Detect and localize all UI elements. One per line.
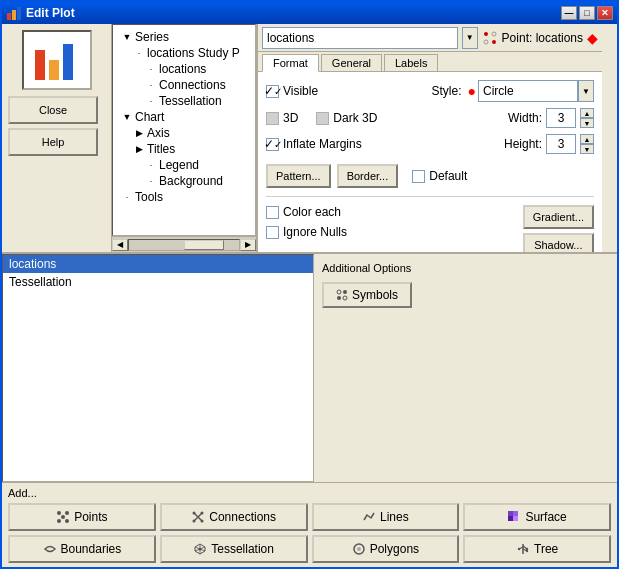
- tree-locations[interactable]: · locations: [145, 61, 251, 77]
- style-value: Circle: [483, 84, 514, 98]
- tree-study-label: locations Study P: [147, 46, 240, 60]
- ignore-nulls-text: Ignore Nulls: [283, 225, 347, 239]
- tree-locations-study[interactable]: · locations Study P: [133, 45, 251, 61]
- svg-point-3: [484, 32, 488, 36]
- shadow-button[interactable]: Shadow...: [523, 233, 594, 252]
- width-input[interactable]: 3: [546, 108, 576, 128]
- height-input[interactable]: 3: [546, 134, 576, 154]
- add-surface-button[interactable]: Surface: [463, 503, 611, 531]
- add-tree-button[interactable]: Tree: [463, 535, 611, 563]
- options-title: Additional Options: [322, 262, 609, 274]
- visible-label: Visible: [283, 84, 318, 98]
- tree-series-label: Series: [135, 30, 169, 44]
- ignore-nulls-label[interactable]: Ignore Nulls: [266, 225, 347, 239]
- list-item-locations[interactable]: locations: [3, 255, 313, 273]
- svg-point-9: [337, 296, 341, 300]
- locations-dropdown[interactable]: locations: [262, 27, 458, 49]
- point-text: Point: locations: [502, 31, 583, 45]
- toolbar-grid: Points Connections Lines: [8, 503, 611, 563]
- tree-connections[interactable]: · Connections: [145, 77, 251, 93]
- red-diamond: ◆: [587, 30, 598, 46]
- list-item-locations-label: locations: [9, 257, 56, 271]
- d3-row: 3D Dark 3D Width: 3 ▲ ▼: [266, 108, 594, 128]
- add-lines-button[interactable]: Lines: [312, 503, 460, 531]
- tree-tessellation[interactable]: · Tessellation: [145, 93, 251, 109]
- minimize-button[interactable]: —: [561, 6, 577, 20]
- width-down[interactable]: ▼: [580, 118, 594, 128]
- height-label: Height:: [504, 137, 542, 151]
- tree-locations-label: locations: [159, 62, 206, 76]
- inflate-checkbox-label[interactable]: ✓ Inflate Margins: [266, 137, 362, 151]
- tree-dot-tools: ·: [121, 192, 133, 202]
- default-checkbox-label[interactable]: Default: [412, 164, 467, 188]
- color-each-checkbox[interactable]: [266, 206, 279, 219]
- visible-checkbox-label[interactable]: ✓ Visible: [266, 84, 318, 98]
- dark3d-checkbox[interactable]: [316, 112, 329, 125]
- add-tessellation-button[interactable]: Tessellation: [160, 535, 308, 563]
- add-connections-button[interactable]: Connections: [160, 503, 308, 531]
- tree-arrow-series: ▼: [121, 32, 133, 42]
- border-button[interactable]: Border...: [337, 164, 399, 188]
- height-up[interactable]: ▲: [580, 134, 594, 144]
- inflate-checkbox[interactable]: ✓: [266, 138, 279, 151]
- chart-icon: [33, 40, 81, 80]
- height-down[interactable]: ▼: [580, 144, 594, 154]
- d3-checkbox[interactable]: [266, 112, 279, 125]
- dropdown-arrow[interactable]: ▼: [462, 27, 478, 49]
- connections-icon: [191, 510, 205, 524]
- svg-rect-22: [508, 511, 513, 516]
- action-buttons: Close Help: [8, 96, 105, 156]
- tree-scrollbar[interactable]: ◀ ▶: [112, 236, 256, 252]
- svg-rect-1: [12, 10, 16, 20]
- close-button[interactable]: ✕: [597, 6, 613, 20]
- style-dropdown-arrow[interactable]: ▼: [578, 80, 594, 102]
- gradient-button[interactable]: Gradient...: [523, 205, 594, 229]
- help-button[interactable]: Help: [8, 128, 98, 156]
- height-spinner: ▲ ▼: [580, 134, 594, 154]
- tree-arrow-titles: ▶: [133, 144, 145, 154]
- tree-series[interactable]: ▼ Series: [121, 29, 251, 45]
- tree-chart[interactable]: ▼ Chart: [121, 109, 251, 125]
- svg-point-7: [337, 290, 341, 294]
- svg-point-11: [57, 511, 61, 515]
- list-item-tessellation[interactable]: Tessellation: [3, 273, 313, 291]
- bottom-toolbar: Add... Points: [2, 482, 617, 567]
- d3-checkbox-label[interactable]: 3D: [266, 111, 298, 125]
- color-each-label[interactable]: Color each: [266, 205, 341, 219]
- visible-checkbox[interactable]: ✓: [266, 85, 279, 98]
- tree-background[interactable]: · Background: [145, 173, 251, 189]
- tree-tessellation-label: Tessellation: [159, 94, 222, 108]
- tree-titles[interactable]: ▶ Titles: [133, 141, 251, 157]
- maximize-button[interactable]: □: [579, 6, 595, 20]
- list-item-tessellation-label: Tessellation: [9, 275, 72, 289]
- tree-legend[interactable]: · Legend: [145, 157, 251, 173]
- tab-labels[interactable]: Labels: [384, 54, 438, 71]
- symbols-button[interactable]: Symbols: [322, 282, 412, 308]
- scrollbar-thumb[interactable]: [184, 240, 224, 250]
- style-label: Style:: [432, 84, 462, 98]
- dark3d-checkbox-label[interactable]: Dark 3D: [316, 111, 377, 125]
- svg-point-10: [343, 296, 347, 300]
- tab-general[interactable]: General: [321, 54, 382, 71]
- ignore-nulls-checkbox[interactable]: [266, 226, 279, 239]
- style-dropdown[interactable]: Circle: [478, 80, 578, 102]
- add-polygons-button[interactable]: Polygons: [312, 535, 460, 563]
- scrollbar-track[interactable]: [128, 239, 240, 251]
- scroll-left[interactable]: ◀: [112, 239, 128, 251]
- add-points-button[interactable]: Points: [8, 503, 156, 531]
- svg-point-14: [65, 519, 69, 523]
- scroll-right[interactable]: ▶: [240, 239, 256, 251]
- prop-header: locations ▼ Point: locations ◆: [258, 24, 602, 52]
- tab-format[interactable]: Format: [262, 54, 319, 72]
- tree-tools[interactable]: · Tools: [121, 189, 251, 205]
- default-checkbox[interactable]: [412, 170, 425, 183]
- tree-connections-label: Connections: [159, 78, 226, 92]
- close-button[interactable]: Close: [8, 96, 98, 124]
- point-icon: [482, 30, 498, 46]
- width-up[interactable]: ▲: [580, 108, 594, 118]
- pattern-button[interactable]: Pattern...: [266, 164, 331, 188]
- width-label: Width:: [508, 111, 542, 125]
- add-boundaries-button[interactable]: Boundaries: [8, 535, 156, 563]
- svg-point-6: [492, 40, 496, 44]
- tree-axis[interactable]: ▶ Axis: [133, 125, 251, 141]
